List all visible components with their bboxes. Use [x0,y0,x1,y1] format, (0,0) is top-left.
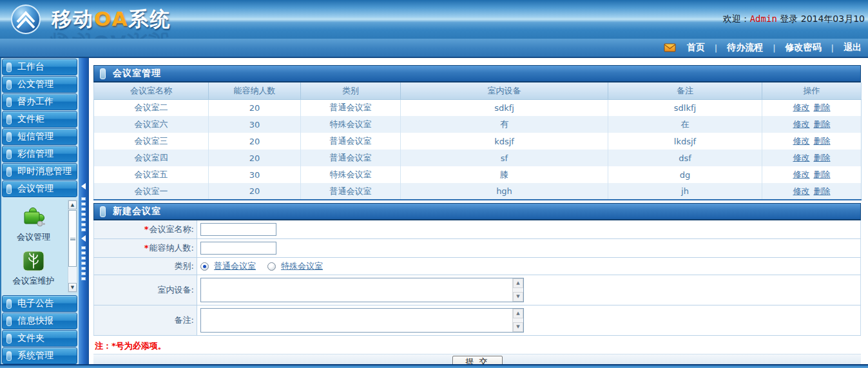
nav-home[interactable]: 首页 [687,42,705,53]
cell-capacity: 20 [209,150,301,166]
delete-link[interactable]: 删除 [814,186,831,196]
sidebar-item-workbench[interactable]: 工作台 [2,59,77,75]
edit-link[interactable]: 修改 [793,136,810,146]
submenu-item-label: 会议室维护 [1,275,66,287]
remark-textarea[interactable] [201,309,512,332]
bullet-icon [6,150,12,159]
submenu-item-meeting-mgmt[interactable]: 会议管理 [1,198,66,243]
cell-category: 普通会议室 [301,150,401,166]
nav-change-password[interactable]: 修改密码 [786,42,822,53]
scroll-down-icon[interactable]: ▼ [68,283,77,292]
delete-link[interactable]: 删除 [814,169,831,179]
radio-normal-room[interactable] [200,262,209,271]
cell-remark: sdlkfj [608,99,762,116]
equipment-textarea[interactable] [201,278,512,302]
username: Admin [750,14,777,24]
edit-link[interactable]: 修改 [793,169,810,179]
cell-capacity: 30 [209,116,301,133]
sidebar-item-document-mgmt[interactable]: 公文管理 [2,76,77,93]
col-actions: 操作 [762,82,862,99]
remark-label: 备注: [94,305,197,336]
welcome-prefix: 欢迎： [723,14,750,24]
cell-category: 普通会议室 [301,183,401,200]
room-name-input[interactable] [200,223,276,236]
scroll-up-icon[interactable]: ▲ [513,278,523,288]
delete-link[interactable]: 删除 [814,119,831,129]
cell-capacity: 20 [209,183,301,200]
sidebar-item-folder[interactable]: 文件夹 [2,330,77,347]
bullet-icon [6,184,12,194]
col-category: 类别 [301,82,401,99]
sidebar-item-label: 信息快报 [17,315,53,327]
textarea-scrollbar[interactable]: ▲ ▼ [512,309,523,332]
nav-separator: | [773,43,775,53]
scroll-down-icon[interactable]: ▼ [513,292,523,302]
sidebar-item-info-bulletin[interactable]: 信息快报 [2,313,77,329]
required-mark: * [144,224,149,234]
sidebar-item-label: 短信管理 [17,131,53,142]
submenu-item-label: 会议管理 [1,231,66,243]
scroll-up-icon[interactable]: ▲ [68,200,77,209]
cell-category: 普通会议室 [301,133,401,150]
cell-room-name: 会议室一 [94,183,209,200]
scroll-up-icon[interactable]: ▲ [513,309,523,318]
sidebar-item-e-announcement[interactable]: 电子公告 [2,295,77,312]
app-title-mobile: 移动 [52,7,94,30]
sidebar-item-meeting-mgmt[interactable]: 会议管理 [2,180,77,197]
sidebar-item-supervision[interactable]: 督办工作 [2,93,77,110]
cell-equipment: sf [401,150,608,166]
cell-capacity: 20 [209,99,301,116]
table-row: 会议室四 20 普通会议室 sf dsf 修改删除 [94,150,862,166]
sidebar-item-label: 彩信管理 [17,148,53,160]
collapse-arrow-icon[interactable] [81,235,86,242]
nav-logout[interactable]: 退出 [844,42,862,53]
edit-link[interactable]: 修改 [793,153,810,162]
scrollbar-thumb[interactable] [68,210,77,267]
page-footer [0,364,868,368]
table-row: 会议室六 30 特殊会议室 有 在 修改删除 [94,116,862,133]
splitter-grip [81,246,86,280]
edit-link[interactable]: 修改 [793,102,810,112]
nav-pending-flows[interactable]: 待办流程 [727,42,763,53]
collapse-arrow-icon[interactable] [81,183,86,189]
delete-link[interactable]: 删除 [814,153,831,162]
sidebar-splitter[interactable] [79,58,89,364]
sidebar-item-mms-mgmt[interactable]: 彩信管理 [2,146,77,162]
edit-link[interactable]: 修改 [793,119,810,129]
cell-category: 特殊会议室 [301,116,401,133]
col-room-name: 会议室名称 [94,82,209,99]
submenu-scrollbar[interactable]: ▲ ▼ [68,200,77,293]
edit-link[interactable]: 修改 [793,186,810,196]
new-room-panel: 新建会议室 *会议室名称: *能容纳人数: [93,203,861,352]
bullet-icon [6,115,12,124]
cell-capacity: 20 [209,133,301,150]
sidebar-item-file-cabinet[interactable]: 文件柜 [2,111,77,128]
page-header: 移动OA系统 移动OA系统 欢迎：Admin 登录 2014年03月10 首页 [0,0,868,58]
sidebar-item-sms-mgmt[interactable]: 短信管理 [2,128,77,145]
sidebar-item-label: 电子公告 [17,298,53,309]
app-title-oa: OA [94,7,129,30]
app-title-system: 系统 [129,7,171,30]
sidebar-item-system-mgmt[interactable]: 系统管理 [2,347,77,364]
radio-special-room[interactable] [267,262,276,271]
delete-link[interactable]: 删除 [814,102,831,112]
delete-link[interactable]: 删除 [814,136,831,146]
login-date: 2014年03月10 [801,14,865,24]
new-room-form: *会议室名称: *能容纳人数: 类别: [93,220,861,336]
submenu-item-room-maintenance[interactable]: 会议室维护 [1,243,66,287]
welcome-bar: 欢迎：Admin 登录 2014年03月10 [723,14,865,25]
scroll-down-icon[interactable]: ▼ [513,322,523,332]
app-title: 移动OA系统 [52,6,171,33]
radio-special-room-label[interactable]: 特殊会议室 [281,260,323,272]
panel-bullet-icon [100,68,106,79]
textarea-scrollbar[interactable]: ▲ ▼ [512,278,523,302]
sidebar-item-label: 会议管理 [17,183,53,195]
cell-capacity: 30 [209,166,301,183]
radio-normal-room-label[interactable]: 普通会议室 [214,260,256,272]
cell-room-name: 会议室四 [94,150,209,166]
sidebar-item-im-mgmt[interactable]: 即时消息管理 [2,163,77,180]
sidebar-item-label: 督办工作 [17,96,53,108]
scrollbar-grip [70,238,75,240]
capacity-input[interactable] [200,242,276,255]
cell-category: 普通会议室 [301,99,401,116]
